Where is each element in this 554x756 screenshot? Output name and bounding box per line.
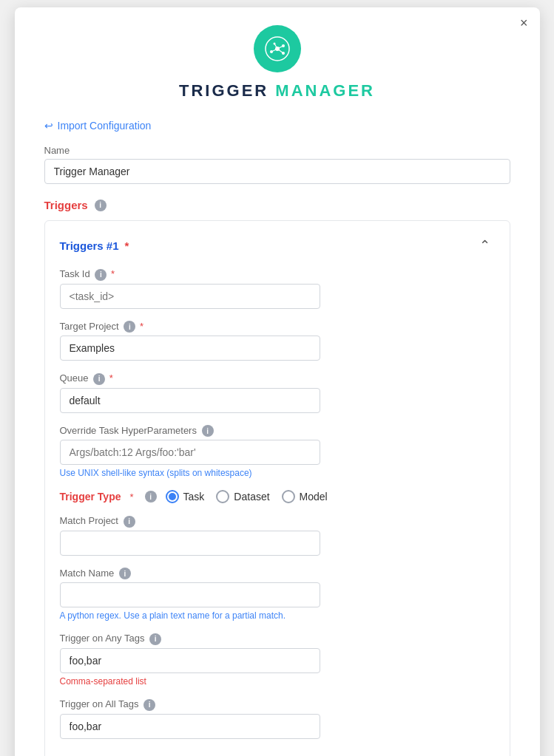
triggers-section: Triggers i Triggers #1 * ⌃ Task Id i	[44, 199, 510, 756]
import-configuration-link[interactable]: ↩ Import Configuration	[44, 120, 510, 132]
app-logo	[254, 25, 301, 72]
task-id-field: Task Id i *	[60, 268, 495, 309]
match-name-field: Match Name i A python regex. Use a plain…	[60, 568, 495, 622]
triggers-section-label: Triggers i	[44, 199, 510, 211]
trigger-all-tags-label: Trigger on All Tags i	[60, 698, 495, 711]
radio-model-circle	[282, 490, 295, 503]
trigger-type-info-icon[interactable]: i	[145, 491, 157, 503]
import-label: Import Configuration	[58, 120, 152, 132]
match-project-field: Match Project i	[60, 515, 495, 556]
trigger-type-radio-group: Task Dataset Model	[166, 490, 328, 503]
radio-task[interactable]: Task	[166, 490, 205, 503]
match-project-input[interactable]	[60, 531, 321, 556]
trigger-all-tags-info-icon[interactable]: i	[143, 699, 155, 711]
radio-task-circle	[166, 490, 179, 503]
match-name-info-icon[interactable]: i	[119, 568, 131, 579]
task-id-info-icon[interactable]: i	[95, 269, 107, 281]
override-params-info-icon[interactable]: i	[202, 425, 214, 437]
trigger-any-tags-field: Trigger on Any Tags i Comma-separated li…	[60, 633, 495, 687]
override-params-input[interactable]	[60, 440, 321, 465]
target-project-label: Target Project i *	[60, 321, 495, 333]
trigger-all-tags-field: Trigger on All Tags i	[60, 698, 495, 739]
trigger-all-tags-input[interactable]	[60, 714, 321, 739]
target-project-field: Target Project i *	[60, 321, 495, 361]
import-icon: ↩	[44, 120, 53, 132]
modal-header: TRIGGER MANAGER	[15, 7, 540, 112]
svg-line-7	[277, 49, 283, 53]
match-name-helper: A python regex. Use a plain text name fo…	[60, 610, 495, 621]
trigger-any-tags-info-icon[interactable]: i	[149, 633, 161, 645]
queue-input[interactable]	[60, 388, 321, 413]
trigger-type-row: Trigger Type * i Task Dataset	[60, 490, 495, 503]
radio-dataset-circle	[216, 490, 229, 503]
triggers-card-header: Triggers #1 * ⌃	[60, 236, 495, 255]
trigger-any-tags-label: Trigger on Any Tags i	[60, 633, 495, 645]
required-star: *	[125, 239, 129, 252]
radio-dataset[interactable]: Dataset	[216, 490, 269, 503]
match-name-label: Match Name i	[60, 568, 495, 580]
target-project-input[interactable]	[60, 336, 321, 361]
triggers-card: Triggers #1 * ⌃ Task Id i *	[44, 220, 510, 756]
trigger-type-label: Trigger Type	[60, 491, 121, 503]
triggers-info-icon[interactable]: i	[95, 200, 107, 211]
name-field-wrapper: Name	[44, 145, 510, 184]
queue-field: Queue i *	[60, 372, 495, 413]
target-project-info-icon[interactable]: i	[124, 321, 135, 333]
close-button[interactable]: ×	[520, 16, 528, 30]
name-label: Name	[44, 145, 510, 156]
override-params-label: Override Task HyperParameters i	[60, 425, 495, 437]
radio-model[interactable]: Model	[282, 490, 328, 503]
page-title: TRIGGER MANAGER	[179, 81, 375, 101]
task-id-label: Task Id i *	[60, 268, 495, 281]
override-params-helper: Use UNIX shell-like syntax (splits on wh…	[60, 468, 495, 478]
triggers-card-title: Triggers #1 *	[60, 239, 129, 252]
trigger-manager-modal: × TRIGGER MANAGER ↩ Import Configuration	[15, 7, 540, 756]
override-params-field: Override Task HyperParameters i Use UNIX…	[60, 425, 495, 479]
modal-body: ↩ Import Configuration Name Triggers i T…	[15, 120, 540, 756]
match-project-label: Match Project i	[60, 515, 495, 528]
name-input[interactable]	[44, 159, 510, 184]
trigger-any-tags-input[interactable]	[60, 648, 321, 673]
trigger-any-tags-helper: Comma-separated list	[60, 676, 495, 687]
collapse-button[interactable]: ⌃	[475, 236, 495, 255]
match-project-info-icon[interactable]: i	[124, 516, 135, 528]
queue-label: Queue i *	[60, 372, 495, 385]
task-id-input[interactable]	[60, 284, 321, 309]
queue-info-icon[interactable]: i	[93, 373, 105, 385]
match-name-input[interactable]	[60, 582, 321, 607]
